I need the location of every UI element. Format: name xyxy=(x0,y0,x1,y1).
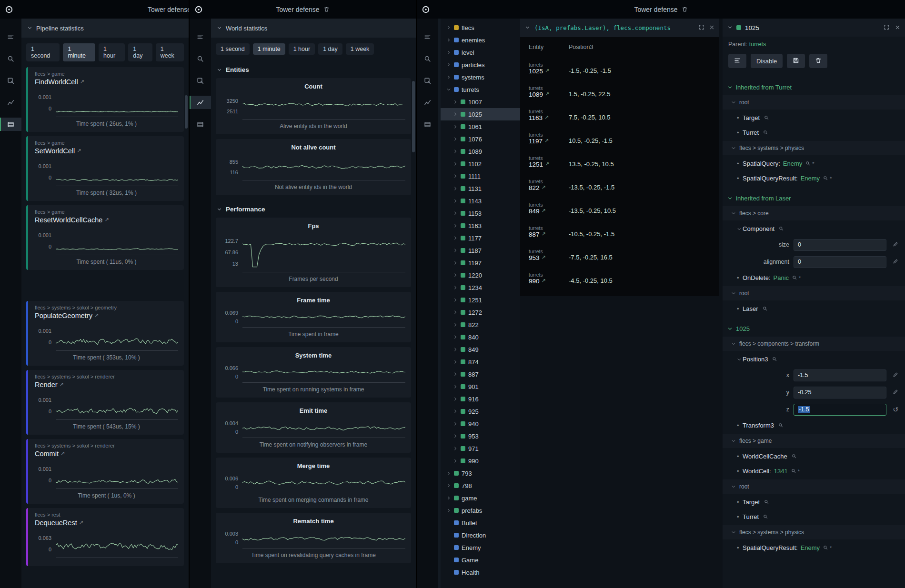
tree-item-990[interactable]: 990 xyxy=(441,455,520,467)
component-turret[interactable]: •Turret xyxy=(723,125,905,140)
tree-item-1131[interactable]: 1131 xyxy=(441,182,520,195)
tree-item-1061[interactable]: 1061 xyxy=(441,120,520,133)
search-icon[interactable] xyxy=(823,176,828,181)
component-value-link[interactable]: Enemy xyxy=(801,544,820,551)
time-range-button-1-week[interactable]: 1 week xyxy=(346,43,374,55)
tree-item-level[interactable]: level xyxy=(441,46,520,59)
tree-item-1187[interactable]: 1187 xyxy=(441,244,520,257)
field-input-size[interactable]: 0 xyxy=(794,239,886,251)
search-icon[interactable] xyxy=(190,52,211,65)
tree-item-particles[interactable]: particles xyxy=(441,59,520,71)
time-range-button-1-week[interactable]: 1 week xyxy=(156,43,184,61)
follow-ref-icon[interactable]: * xyxy=(830,176,832,181)
entity-link[interactable]: 1025↗ xyxy=(529,68,569,75)
tree-item-840[interactable]: 840 xyxy=(441,331,520,343)
pencil-icon[interactable] xyxy=(893,241,898,249)
follow-ref-icon[interactable]: * xyxy=(798,468,800,474)
inspector-scope-flecs-core[interactable]: flecs > core xyxy=(723,206,905,220)
tree-item-940[interactable]: 940 xyxy=(441,418,520,430)
tree-item-887[interactable]: 887 xyxy=(441,368,520,380)
system-link[interactable]: Commit↗ xyxy=(35,450,178,458)
system-link[interactable]: Render↗ xyxy=(35,381,178,389)
component-position3[interactable]: Position3 xyxy=(723,352,905,367)
component-ondelete[interactable]: •OnDelete:Panic* xyxy=(723,270,905,285)
system-link[interactable]: FindWorldCell↗ xyxy=(35,78,178,86)
tree-item-793[interactable]: 793 xyxy=(441,467,520,479)
trash-icon[interactable] xyxy=(323,6,330,12)
query-expression[interactable]: (IsA, prefabs.Laser), flecs.components xyxy=(534,24,694,31)
search-icon[interactable] xyxy=(764,115,769,120)
tree-item-1251[interactable]: 1251 xyxy=(441,294,520,306)
pencil-icon[interactable] xyxy=(893,259,898,266)
time-range-button-1-hour[interactable]: 1 hour xyxy=(99,43,125,61)
grid-icon[interactable] xyxy=(0,118,21,131)
component-transform3[interactable]: •Transform3 xyxy=(723,418,905,433)
grid-icon[interactable] xyxy=(417,118,438,131)
tree-item-enemy[interactable]: Enemy xyxy=(441,541,520,554)
component-spatialqueryresult[interactable]: •SpatialQueryResult:Enemy* xyxy=(723,540,905,555)
entity-link[interactable]: 1197↗ xyxy=(529,138,569,145)
tree-item-901[interactable]: 901 xyxy=(441,380,520,393)
search-icon[interactable] xyxy=(763,306,768,311)
system-link[interactable]: SetWorldCell↗ xyxy=(35,147,178,155)
tree-item-1177[interactable]: 1177 xyxy=(441,232,520,244)
chart-icon[interactable] xyxy=(190,96,211,109)
tree-item-798[interactable]: 798 xyxy=(441,479,520,492)
inspect-icon[interactable] xyxy=(0,74,21,87)
tree-item-direction[interactable]: Direction xyxy=(441,529,520,541)
search-icon[interactable] xyxy=(779,226,784,231)
scrollbar-thumb[interactable] xyxy=(412,81,415,152)
tree-item-1220[interactable]: 1220 xyxy=(441,269,520,281)
inspector-group-inherited-from-turret[interactable]: inherited from Turret xyxy=(723,80,905,94)
system-link[interactable]: DequeueRest↗ xyxy=(35,519,178,527)
tree-item-systems[interactable]: systems xyxy=(441,71,520,83)
field-input-x[interactable]: -1.5 xyxy=(794,369,886,381)
inspector-scope-root[interactable]: root xyxy=(723,479,905,494)
chart-icon[interactable] xyxy=(0,96,21,109)
component-value-link[interactable]: Enemy xyxy=(801,175,820,182)
time-range-button-1-minute[interactable]: 1 minute xyxy=(63,43,95,61)
component-spatialqueryresult[interactable]: •SpatialQueryResult:Enemy* xyxy=(723,171,905,186)
tree-item-1102[interactable]: 1102 xyxy=(441,158,520,170)
field-input-y[interactable]: -0.25 xyxy=(794,387,886,399)
search-icon[interactable] xyxy=(792,275,797,280)
field-input-z[interactable]: -1.5 xyxy=(794,404,886,416)
tree-icon[interactable] xyxy=(190,30,211,43)
follow-ref-icon[interactable]: * xyxy=(830,545,832,551)
search-icon[interactable] xyxy=(792,454,797,459)
tree-item-1143[interactable]: 1143 xyxy=(441,195,520,207)
entity-link[interactable]: 1163↗ xyxy=(529,114,569,121)
tree-item-1007[interactable]: 1007 xyxy=(441,96,520,108)
component-target[interactable]: •Target xyxy=(723,110,905,125)
entity-link[interactable]: 887↗ xyxy=(529,231,569,238)
tree-item-game[interactable]: Game xyxy=(441,554,520,566)
tree-item-953[interactable]: 953 xyxy=(441,430,520,442)
tree-item-849[interactable]: 849 xyxy=(441,343,520,356)
tree-item-1089[interactable]: 1089 xyxy=(441,145,520,158)
scrollbar-thumb[interactable] xyxy=(185,95,188,129)
system-link[interactable]: PopulateGeometry↗ xyxy=(35,312,178,319)
expand-icon[interactable] xyxy=(699,24,704,31)
time-range-button-1-second[interactable]: 1 second xyxy=(216,43,250,55)
component-value-link[interactable]: 1341 xyxy=(774,468,788,475)
component-value-link[interactable]: Panic xyxy=(774,274,789,281)
tree-item-1272[interactable]: 1272 xyxy=(441,306,520,319)
inspector-scope-root[interactable]: root xyxy=(723,95,905,110)
follow-ref-icon[interactable]: * xyxy=(799,275,801,281)
tree-item-1111[interactable]: 1111 xyxy=(441,170,520,182)
search-icon[interactable] xyxy=(764,499,769,505)
tree-icon[interactable] xyxy=(0,30,21,43)
chart-icon[interactable] xyxy=(417,96,438,109)
component-turret[interactable]: •Turret xyxy=(723,509,905,524)
tree-item-971[interactable]: 971 xyxy=(441,442,520,455)
tree-item-874[interactable]: 874 xyxy=(441,356,520,368)
tree-item-game[interactable]: game xyxy=(441,492,520,504)
section-header-performance[interactable]: Performance xyxy=(211,200,416,218)
entity-link[interactable]: 1089↗ xyxy=(529,91,569,98)
close-icon[interactable] xyxy=(709,24,714,31)
search-icon[interactable] xyxy=(791,468,796,474)
parent-link[interactable]: turrets xyxy=(749,41,766,48)
tree-item-health[interactable]: Health xyxy=(441,566,520,578)
world-panel-header[interactable]: World statistics xyxy=(211,19,416,38)
system-link[interactable]: ResetWorldCellCache↗ xyxy=(35,216,178,224)
